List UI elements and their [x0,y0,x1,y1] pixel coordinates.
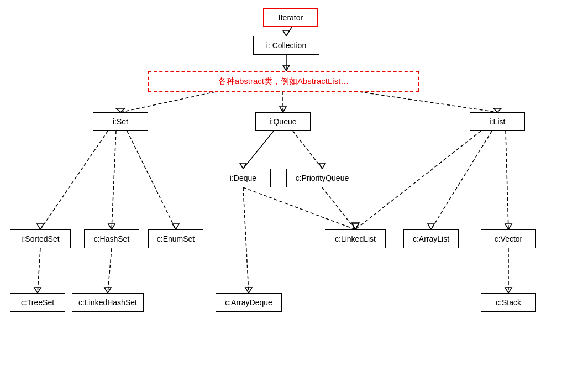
enumset-node: c:EnumSet [148,229,203,248]
linkedhashset-node: c:LinkedHashSet [72,293,144,312]
svg-marker-17 [240,163,246,169]
svg-marker-13 [108,224,115,229]
svg-marker-32 [34,288,41,293]
stack-label: c:Stack [496,298,521,307]
svg-marker-21 [352,224,359,229]
abstract-note-label: 各种abstract类，例如AbstractList… [218,76,349,87]
list-label: i:List [490,117,506,126]
abstract-note-node: 各种abstract类，例如AbstractList… [148,71,419,92]
svg-line-8 [359,92,497,112]
linkedhashset-label: c:LinkedHashSet [78,298,137,307]
svg-line-0 [286,27,292,36]
svg-marker-26 [352,223,359,229]
svg-line-14 [127,131,176,229]
stack-node: c:Stack [481,293,536,312]
svg-line-33 [108,248,112,293]
hashset-node: c:HashSet [84,229,139,248]
svg-marker-11 [37,224,44,229]
svg-line-10 [40,131,108,229]
svg-marker-15 [172,224,179,229]
svg-line-25 [355,131,481,229]
priorityqueue-label: c:PriorityQueue [296,174,349,182]
treeset-label: c:TreeSet [21,298,54,307]
svg-marker-9 [494,108,501,112]
svg-marker-30 [505,224,512,229]
queue-label: i:Queue [269,117,296,126]
set-label: i:Set [113,117,128,126]
arraylist-label: c:ArrayList [413,234,449,243]
hashset-label: c:HashSet [94,234,130,243]
arraylist-node: c:ArrayList [403,229,459,248]
svg-line-22 [243,187,249,293]
svg-line-16 [243,131,274,169]
svg-line-27 [431,131,492,229]
svg-line-29 [506,131,508,229]
svg-marker-19 [319,163,326,169]
svg-marker-1 [283,30,290,36]
svg-line-12 [112,131,116,229]
svg-marker-28 [428,224,434,229]
sortedset-node: i:SortedSet [10,229,71,248]
svg-marker-7 [280,107,286,112]
collection-node: i: Collection [253,36,319,55]
priorityqueue-node: c:PriorityQueue [286,169,358,187]
svg-marker-5 [116,108,125,112]
treeset-node: c:TreeSet [10,293,65,312]
svg-marker-23 [245,288,252,293]
svg-line-4 [120,92,216,112]
svg-line-31 [38,248,40,293]
list-node: i:List [470,112,525,131]
queue-node: i:Queue [255,112,311,131]
set-node: i:Set [93,112,148,131]
svg-line-20 [243,187,355,229]
deque-node: i:Deque [216,169,271,187]
iterator-label: Iterator [279,13,303,22]
deque-label: i:Deque [230,174,256,182]
linkedlist-node: c:LinkedList [325,229,386,248]
svg-marker-3 [283,65,290,71]
svg-marker-36 [505,288,512,293]
sortedset-label: i:SortedSet [21,234,59,243]
iterator-node: Iterator [263,8,318,27]
vector-label: c:Vector [495,234,523,243]
arraydeque-label: c:ArrayDeque [225,298,272,307]
arraydeque-node: c:ArrayDeque [216,293,282,312]
svg-line-24 [322,187,355,229]
linkedlist-label: c:LinkedList [335,234,376,243]
vector-node: c:Vector [481,229,536,248]
enumset-label: c:EnumSet [157,234,195,243]
svg-line-18 [293,131,322,169]
collection-label: i: Collection [266,41,306,50]
diagram: Iterator i: Collection 各种abstract类，例如Abs… [0,0,588,371]
svg-marker-34 [104,288,111,293]
